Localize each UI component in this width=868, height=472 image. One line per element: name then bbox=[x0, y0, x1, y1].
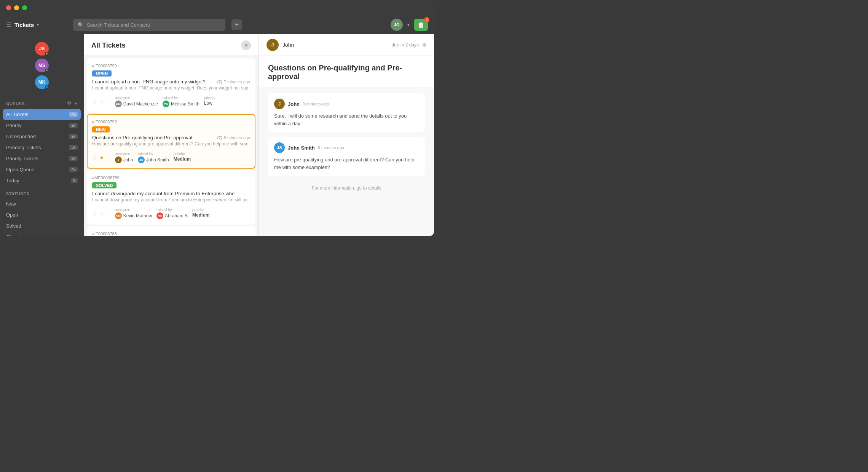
detail-panel: J John due in 2 days Questions on Pre-qu… bbox=[259, 34, 434, 236]
more-options-button[interactable]: ··· bbox=[107, 155, 111, 161]
ticket-card[interactable]: #IT00006790 OPEN I cannot upload a non .… bbox=[87, 58, 255, 113]
message-avatar: J bbox=[274, 99, 285, 109]
search-bar[interactable]: 🔍 Search Tickets and Contacts bbox=[73, 19, 225, 31]
ticket-meta: assignee DM David Mackenzie raised by MS… bbox=[115, 96, 250, 107]
sidebar-item-solved[interactable]: Solved bbox=[0, 220, 84, 231]
ticket-subject: I cannot downgrade my account from Premi… bbox=[92, 191, 250, 197]
sidebar-item-priority-tickets[interactable]: Priority Tickets 2k bbox=[0, 153, 84, 164]
maximize-button[interactable] bbox=[22, 5, 27, 10]
ticket-card[interactable]: #ME00006789 SOLVED I cannot downgrade my… bbox=[87, 170, 255, 225]
title-dropdown-icon[interactable]: ▾ bbox=[37, 23, 39, 27]
sidebar-item-open-queue[interactable]: Open Queue 4k bbox=[0, 164, 84, 175]
queues-section-header: QUEUES ⚙ + bbox=[0, 98, 84, 109]
tickets-list: #IT00006790 OPEN I cannot upload a non .… bbox=[84, 55, 258, 236]
priority-meta: priority Low bbox=[204, 96, 215, 107]
more-info-link[interactable]: For more information, go to details bbox=[268, 181, 425, 195]
queues-settings-icon[interactable]: ⚙ bbox=[67, 100, 72, 107]
notifications-button[interactable]: 📋 3 bbox=[414, 19, 428, 31]
ticket-status-badge: SOLVED bbox=[92, 182, 116, 188]
message-bubble: J John 9 minutes ago Sure, I will do som… bbox=[268, 93, 425, 132]
tickets-panel: All Tickets ✕ #IT00006790 OPEN I cannot … bbox=[84, 34, 259, 236]
ticket-preview: I cannot upload a non .PNG image onto my… bbox=[92, 85, 250, 91]
ticket-top: #IT00006788 NEW The application stops wo… bbox=[92, 231, 250, 236]
avatar-dropdown-icon[interactable]: ▾ bbox=[407, 22, 410, 27]
ticket-meta: assignee KM Kevin Mathew raised by AS Ab… bbox=[115, 208, 250, 219]
ticket-top: #ME00006789 SOLVED I cannot downgrade my… bbox=[92, 175, 250, 206]
due-date-text: due in 2 days bbox=[392, 42, 419, 48]
sidebar-avatar-mk[interactable]: MK bbox=[35, 75, 49, 89]
ticket-status-dot bbox=[423, 43, 426, 47]
user-avatar-button[interactable]: JO bbox=[391, 19, 403, 31]
message-text: Sure, I will do some research and send t… bbox=[274, 112, 419, 127]
ticket-time: 8 minutes ago bbox=[224, 136, 250, 140]
ticket-id: #IT00006792 bbox=[92, 120, 117, 124]
hamburger-icon[interactable]: ☰ bbox=[6, 21, 11, 29]
sidebar-avatar-ms[interactable]: MS bbox=[35, 59, 49, 72]
minimize-button[interactable] bbox=[14, 5, 19, 10]
ticket-preview: I cannot downgrade my account from Premi… bbox=[92, 197, 250, 203]
ticket-footer: ☆ ☆ ··· assignee DM David Mackenzie rais bbox=[92, 96, 250, 107]
sidebar-item-unresponded[interactable]: Unresponded 2k bbox=[0, 131, 84, 142]
ticket-card[interactable]: #IT00006788 NEW The application stops wo… bbox=[87, 226, 255, 236]
ticket-top: #IT00006792 NEW Questions on Pre-qualify… bbox=[92, 120, 250, 150]
message-header: JS John Smith 9 minutes ago bbox=[274, 142, 419, 153]
raised-by-meta: raised by JS John Smith bbox=[138, 152, 169, 163]
topbar-right: JO ▾ 📋 3 bbox=[391, 19, 428, 31]
star-button[interactable]: ☆ bbox=[92, 99, 97, 105]
status-dot-ms bbox=[45, 69, 48, 72]
detail-user-avatar: J bbox=[266, 39, 279, 51]
assignee-meta: assignee DM David Mackenzie bbox=[115, 96, 158, 107]
ticket-top: #IT00006790 OPEN I cannot upload a non .… bbox=[92, 64, 250, 94]
more-options-button[interactable]: ··· bbox=[107, 210, 111, 217]
tickets-panel-title: All Tickets bbox=[91, 41, 126, 49]
queues-add-icon[interactable]: + bbox=[74, 100, 78, 107]
tickets-header: All Tickets ✕ bbox=[84, 34, 258, 55]
topbar-left: ☰ Tickets ▾ bbox=[6, 21, 67, 29]
app-title: Tickets bbox=[14, 22, 34, 28]
sidebar-avatar-js[interactable]: JS bbox=[35, 42, 49, 56]
ticket-status-badge: NEW bbox=[92, 126, 110, 132]
raised-by-meta: raised by MS Melissa Smith bbox=[163, 96, 199, 107]
sidebar-item-pending-tickets[interactable]: Pending Tickets 3k bbox=[0, 142, 84, 153]
ticket-time: 7 minutes ago bbox=[224, 80, 250, 84]
ticket-count: (2) bbox=[217, 80, 222, 84]
sidebar-item-today[interactable]: Today 9 bbox=[0, 175, 84, 186]
priority-value: Low bbox=[204, 100, 215, 106]
detail-username: John bbox=[282, 42, 294, 48]
star-button-2[interactable]: ☆ bbox=[99, 210, 104, 217]
sidebar-item-new[interactable]: New bbox=[0, 198, 84, 209]
raised-by-avatar: JS bbox=[138, 156, 145, 163]
close-panel-button[interactable]: ✕ bbox=[241, 40, 251, 50]
message-time: 9 minutes ago bbox=[303, 102, 329, 106]
ticket-id: #ME00006789 bbox=[92, 175, 120, 180]
main-content: JS MS MK QUEUES ⚙ + All Tickets 4k Prior… bbox=[0, 34, 434, 236]
status-dot-mk bbox=[45, 85, 48, 89]
priority-meta: priority Medium bbox=[192, 208, 209, 219]
assignee-meta: assignee KM Kevin Mathew bbox=[115, 208, 152, 219]
sidebar-item-open[interactable]: Open bbox=[0, 209, 84, 220]
ticket-id: #IT00006788 bbox=[92, 231, 117, 236]
sidebar-item-priority[interactable]: Priority 2k bbox=[0, 120, 84, 131]
sidebar-item-all-tickets[interactable]: All Tickets 4k bbox=[3, 109, 81, 120]
ticket-card[interactable]: #IT00006792 NEW Questions on Pre-qualify… bbox=[87, 114, 255, 169]
message-text: How are pre qualifying and pre approval … bbox=[274, 156, 419, 171]
sidebar-item-closed[interactable]: Closed bbox=[0, 231, 84, 236]
window-chrome bbox=[0, 0, 434, 15]
message-header: J John 9 minutes ago bbox=[274, 99, 419, 109]
close-button[interactable] bbox=[6, 5, 11, 10]
star-button[interactable]: ☆ bbox=[92, 155, 97, 161]
status-dot-js bbox=[45, 52, 48, 55]
traffic-lights bbox=[6, 5, 27, 10]
search-icon: 🔍 bbox=[78, 22, 84, 28]
star-button-2[interactable]: ★ bbox=[99, 155, 104, 161]
message-time: 9 minutes ago bbox=[318, 145, 344, 150]
ticket-preview: How are pre qualifying and pre approval … bbox=[92, 141, 250, 147]
star-button-2[interactable]: ☆ bbox=[99, 99, 104, 105]
ticket-id: #IT00006790 bbox=[92, 64, 117, 68]
ticket-footer: ☆ ★ ··· assignee J John raised by bbox=[92, 152, 250, 163]
sidebar: JS MS MK QUEUES ⚙ + All Tickets 4k Prior… bbox=[0, 34, 84, 236]
more-options-button[interactable]: ··· bbox=[107, 99, 111, 105]
star-button[interactable]: ☆ bbox=[92, 210, 97, 217]
detail-header-left: J John bbox=[266, 39, 294, 51]
add-ticket-button[interactable]: + bbox=[231, 19, 242, 30]
